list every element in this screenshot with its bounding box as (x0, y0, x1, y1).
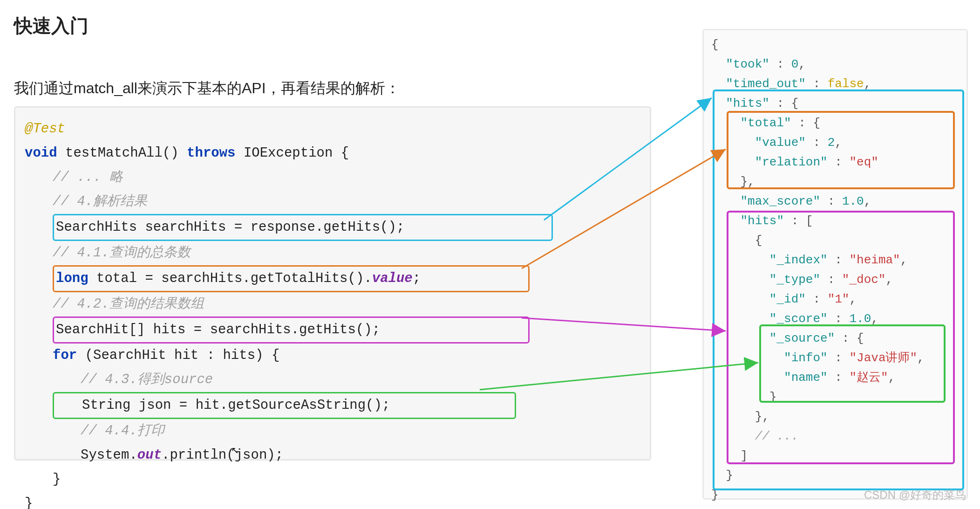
print-c: .println(json); (162, 447, 283, 463)
kw-long: long (56, 271, 88, 286)
j-took-v: 0 (791, 57, 799, 71)
kw-void: void (25, 145, 57, 161)
j-timed-k: "timed_out" (726, 77, 806, 91)
cursor-icon: ↖ (231, 445, 239, 456)
method-exc: IOException { (236, 145, 349, 161)
kw-throws: throws (187, 145, 235, 161)
total-semi: ; (413, 271, 421, 286)
page: 快速入门 我们通过match_all来演示下基本的API，再看结果的解析： @T… (0, 0, 980, 509)
kw-for: for (53, 348, 77, 363)
comment-43: // 4.3.得到source (81, 372, 213, 387)
comment-4: // 4.解析结果 (53, 194, 147, 209)
page-subtitle: 我们通过match_all来演示下基本的API，再看结果的解析： (14, 78, 400, 99)
page-title: 快速入门 (14, 13, 88, 39)
watermark: CSDN @好奇的菜鸟 (864, 488, 966, 502)
json-box-source (759, 324, 946, 403)
line-source: String json = hit.getSourceAsString(); (53, 392, 516, 419)
annotation: @Test (25, 121, 65, 137)
brace-inner: } (53, 472, 61, 487)
comment-42: // 4.2.查询的结果数组 (53, 296, 204, 312)
brace-outer: } (25, 496, 33, 509)
prop-value: value (372, 271, 413, 286)
comment-41: // 4.1.查询的总条数 (53, 245, 191, 261)
j-open: { (711, 38, 719, 52)
total-mid: total = searchHits.getTotalHits(). (88, 271, 372, 286)
print-a: System. (81, 447, 137, 463)
line-searchhits: SearchHits searchHits = response.getHits… (53, 214, 553, 241)
j-timed-v: false (828, 77, 864, 91)
print-out: out (137, 447, 162, 463)
line-hits-array: SearchHit[] hits = searchHits.getHits(); (53, 316, 530, 344)
j-took-k: "took" (726, 57, 769, 71)
comment-44: // 4.4.打印 (81, 423, 164, 439)
method-name: testMatchAll() (57, 145, 187, 161)
line-total: long total = searchHits.getTotalHits().v… (53, 265, 530, 292)
json-box-total (727, 111, 955, 189)
for-rest: (SearchHit hit : hits) { (77, 348, 279, 363)
comment-skip: // ... 略 (53, 170, 123, 185)
code-block-java: @Test void testMatchAll() throws IOExcep… (14, 106, 651, 461)
